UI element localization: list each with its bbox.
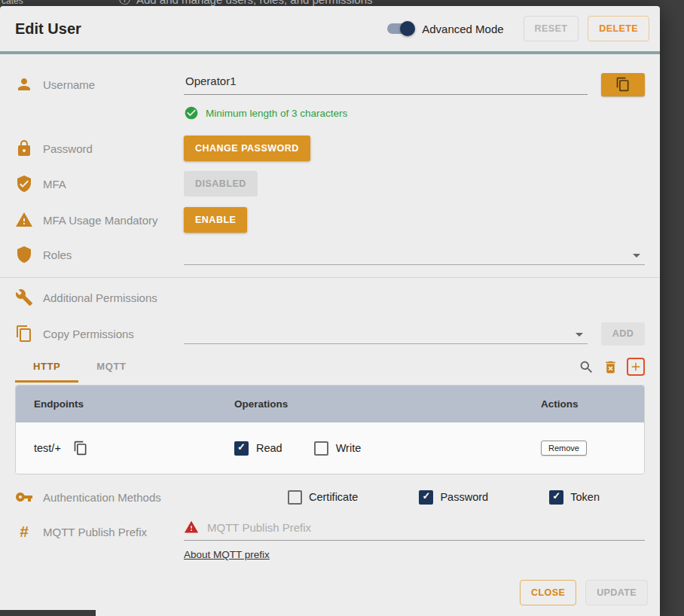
token-label: Token — [570, 491, 600, 503]
remove-endpoint-button[interactable]: Remove — [541, 441, 587, 456]
copy-endpoint-icon[interactable] — [73, 441, 88, 456]
change-password-button[interactable]: CHANGE PASSWORD — [184, 136, 310, 161]
advanced-mode-label: Advanced Mode — [422, 23, 503, 35]
additional-permissions-row: Additional Permissions — [15, 287, 645, 308]
shield-check-icon — [15, 175, 33, 193]
password-checkbox[interactable] — [419, 490, 433, 505]
shield-icon — [15, 245, 33, 264]
certificate-checkbox[interactable] — [288, 490, 302, 505]
mfa-row: MFA DISABLED — [15, 172, 645, 196]
delete-permissions-button[interactable] — [603, 359, 618, 375]
lock-icon — [15, 139, 33, 157]
search-permissions-button[interactable] — [579, 359, 594, 375]
advanced-mode-toggle[interactable] — [387, 23, 413, 34]
error-warning-icon — [184, 520, 199, 535]
section-divider — [0, 277, 660, 278]
mfa-mandatory-label: MFA Usage Mandatory — [43, 214, 158, 227]
password-label: Password — [43, 142, 93, 155]
mfa-label: MFA — [43, 178, 66, 191]
tab-mqtt[interactable]: MQTT — [78, 352, 144, 383]
delete-button[interactable]: DELETE — [588, 16, 649, 41]
mfa-status-button: DISABLED — [184, 171, 258, 197]
copy-permissions-icon — [15, 325, 33, 343]
plus-icon — [629, 360, 643, 374]
copy-permissions-row: Copy Permissions ADD — [15, 322, 645, 346]
dialog-title: Edit User — [15, 20, 81, 38]
key-icon — [15, 488, 33, 506]
table-header-row: Endpoints Operations Actions — [16, 386, 644, 422]
copy-permissions-select[interactable] — [184, 324, 588, 344]
endpoints-table: Endpoints Operations Actions test/+ Read… — [15, 385, 645, 474]
write-label: Write — [336, 442, 362, 454]
username-validation-text: Minimum length of 3 characters — [206, 108, 347, 119]
mfa-enable-button[interactable]: ENABLE — [184, 207, 247, 233]
read-label: Read — [256, 442, 282, 454]
hash-icon: # — [15, 523, 33, 541]
warning-icon — [15, 211, 33, 229]
username-validation-row: Minimum length of 3 characters — [15, 105, 645, 120]
info-icon: ⓘ — [119, 0, 130, 6]
reset-button[interactable]: RESET — [524, 16, 579, 41]
operations-column-header: Operations — [234, 398, 541, 410]
background-partial-text: cates — [2, 0, 23, 6]
copy-username-button[interactable] — [601, 73, 645, 96]
trash-icon — [603, 359, 618, 375]
password-method-label: Password — [440, 491, 488, 503]
mfa-mandatory-row: MFA Usage Mandatory ENABLE — [15, 208, 645, 232]
close-button[interactable]: CLOSE — [520, 580, 576, 605]
copy-permissions-label: Copy Permissions — [43, 328, 134, 340]
wrench-icon — [15, 288, 33, 306]
copy-icon — [615, 77, 631, 92]
roles-row: Roles — [15, 244, 645, 265]
additional-permissions-label: Additional Permissions — [43, 291, 157, 304]
roles-label: Roles — [43, 249, 72, 261]
chevron-down-icon — [576, 333, 583, 337]
table-row: test/+ Read Write Remove — [16, 422, 644, 474]
mqtt-prefix-row: # MQTT Publish Prefix About MQTT prefix — [15, 520, 645, 560]
mqtt-prefix-label: MQTT Publish Prefix — [43, 526, 147, 538]
certificate-label: Certificate — [309, 491, 358, 503]
edit-user-dialog: Edit User Advanced Mode RESET DELETE Use… — [0, 6, 660, 616]
write-checkbox[interactable] — [314, 441, 328, 456]
username-row: Username — [15, 72, 645, 96]
mqtt-prefix-input[interactable] — [206, 520, 645, 535]
dialog-header: Edit User Advanced Mode RESET DELETE — [0, 6, 660, 51]
auth-methods-label: Authentication Methods — [43, 491, 161, 504]
background-overlay-strip: cates ⓘ Add and manage users, roles, and… — [0, 0, 684, 6]
add-endpoint-button[interactable] — [627, 358, 645, 376]
tab-http[interactable]: HTTP — [15, 352, 78, 383]
username-label: Username — [43, 78, 95, 91]
check-circle-icon — [184, 105, 199, 120]
search-icon — [579, 359, 594, 375]
background-corner — [0, 610, 96, 616]
endpoints-column-header: Endpoints — [16, 398, 234, 410]
background-subtitle: ⓘ Add and manage users, roles, and permi… — [119, 0, 373, 6]
dialog-footer: CLOSE UPDATE — [0, 569, 660, 616]
toggle-thumb — [400, 21, 415, 36]
endpoint-value: test/+ — [34, 442, 61, 454]
update-button: UPDATE — [585, 580, 648, 605]
auth-methods-row: Authentication Methods Certificate Passw… — [15, 486, 645, 508]
roles-select[interactable] — [184, 245, 645, 265]
about-mqtt-prefix-link[interactable]: About MQTT prefix — [184, 549, 270, 560]
token-checkbox[interactable] — [549, 490, 563, 505]
password-row: Password CHANGE PASSWORD — [15, 136, 645, 161]
actions-column-header: Actions — [541, 398, 644, 410]
permissions-tabs: HTTP MQTT — [15, 352, 645, 382]
dialog-body: Username Minimum length of 3 characters … — [0, 54, 660, 569]
username-input[interactable] — [184, 75, 588, 95]
person-icon — [15, 75, 33, 93]
read-checkbox[interactable] — [234, 441, 249, 456]
chevron-down-icon — [633, 254, 640, 258]
add-permission-button: ADD — [601, 322, 645, 346]
